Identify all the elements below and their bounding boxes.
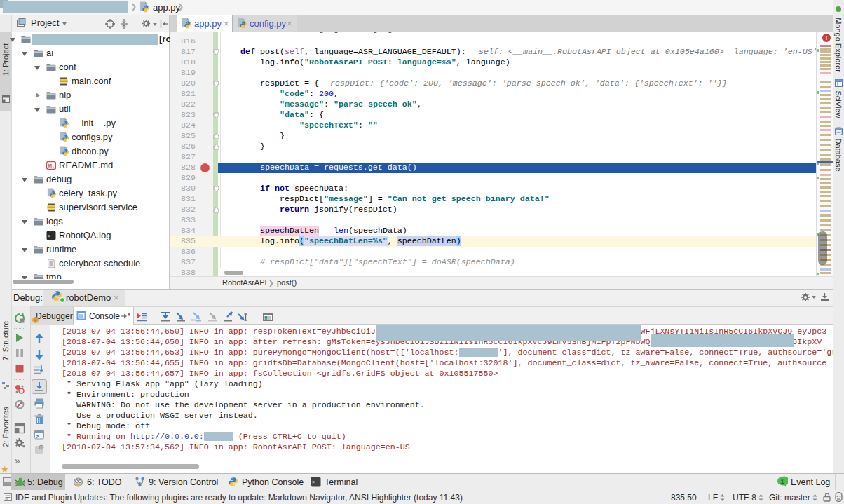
svg-text:>_: >_ [48, 233, 54, 239]
svg-text:1: 1 [780, 478, 784, 485]
svg-text:M↓: M↓ [48, 163, 54, 168]
svg-text:>_: >_ [312, 479, 319, 485]
